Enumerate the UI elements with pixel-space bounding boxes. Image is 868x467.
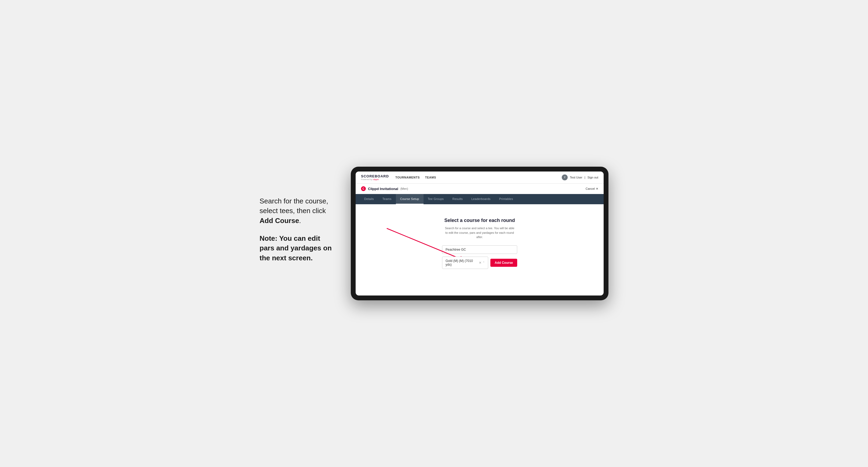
- sign-out-link[interactable]: Sign out: [588, 176, 598, 179]
- user-name: Test User: [570, 176, 582, 179]
- annotation-line1: Search for the course, select tees, then…: [259, 196, 335, 225]
- nav-teams[interactable]: TEAMS: [425, 176, 436, 179]
- main-content: Select a course for each round Search fo…: [355, 204, 603, 295]
- course-search-input[interactable]: [442, 245, 517, 254]
- cancel-button[interactable]: Cancel ✕: [586, 187, 598, 191]
- page-wrapper: Search for the course, select tees, then…: [259, 167, 609, 300]
- tablet-screen: SCOREBOARD Powered by clippd TOURNAMENTS…: [355, 172, 603, 295]
- nav-links: TOURNAMENTS TEAMS: [395, 176, 436, 179]
- tab-nav: Details Teams Course Setup Tee Groups Re…: [355, 194, 603, 204]
- add-course-button[interactable]: Add Course: [490, 259, 517, 267]
- tournament-gender: (Men): [400, 187, 408, 190]
- tee-clear-icon[interactable]: ✕: [479, 261, 482, 264]
- tab-printables[interactable]: Printables: [495, 194, 518, 204]
- section-title: Select a course for each round: [444, 218, 515, 223]
- tab-tee-groups[interactable]: Tee Groups: [424, 194, 448, 204]
- tee-select-text: Gold (M) (M) (7010 yds): [445, 259, 479, 267]
- annotation-note: Note: You can edit pars and yardages on …: [259, 234, 335, 263]
- tournament-icon: C: [361, 186, 366, 191]
- tee-select-row: Gold (M) (M) (7010 yds) ✕ ⌃ Add Course: [442, 257, 517, 269]
- annotation-bold: Add Course: [259, 217, 299, 225]
- navbar-left: SCOREBOARD Powered by clippd TOURNAMENTS…: [361, 174, 436, 181]
- tournament-header: C Clippd Invitational (Men) Cancel ✕: [355, 184, 603, 194]
- annotation-block: Search for the course, select tees, then…: [259, 196, 335, 271]
- nav-separator: |: [585, 176, 585, 179]
- user-avatar: T: [562, 175, 568, 180]
- cancel-icon: ✕: [596, 187, 598, 191]
- brand-name: SCOREBOARD: [361, 174, 389, 178]
- app-navbar: SCOREBOARD Powered by clippd TOURNAMENTS…: [355, 172, 603, 184]
- tournament-title: C Clippd Invitational (Men): [361, 186, 408, 191]
- tee-select-controls: ✕ ⌃: [479, 261, 485, 264]
- tab-details[interactable]: Details: [360, 194, 378, 204]
- tab-results[interactable]: Results: [448, 194, 467, 204]
- tablet-device: SCOREBOARD Powered by clippd TOURNAMENTS…: [351, 167, 609, 300]
- tournament-name: Clippd Invitational: [368, 187, 398, 191]
- navbar-right: T Test User | Sign out: [562, 175, 598, 180]
- tee-select-wrapper[interactable]: Gold (M) (M) (7010 yds) ✕ ⌃: [442, 257, 488, 269]
- tee-dropdown-icon[interactable]: ⌃: [483, 261, 485, 264]
- scoreboard-logo: SCOREBOARD Powered by clippd: [361, 174, 389, 181]
- nav-tournaments[interactable]: TOURNAMENTS: [395, 176, 420, 179]
- section-description: Search for a course and select a tee. Yo…: [445, 226, 515, 240]
- tab-course-setup[interactable]: Course Setup: [396, 194, 424, 204]
- tab-leaderboards[interactable]: Leaderboards: [467, 194, 495, 204]
- powered-by: Powered by clippd: [361, 178, 389, 181]
- tab-teams[interactable]: Teams: [378, 194, 396, 204]
